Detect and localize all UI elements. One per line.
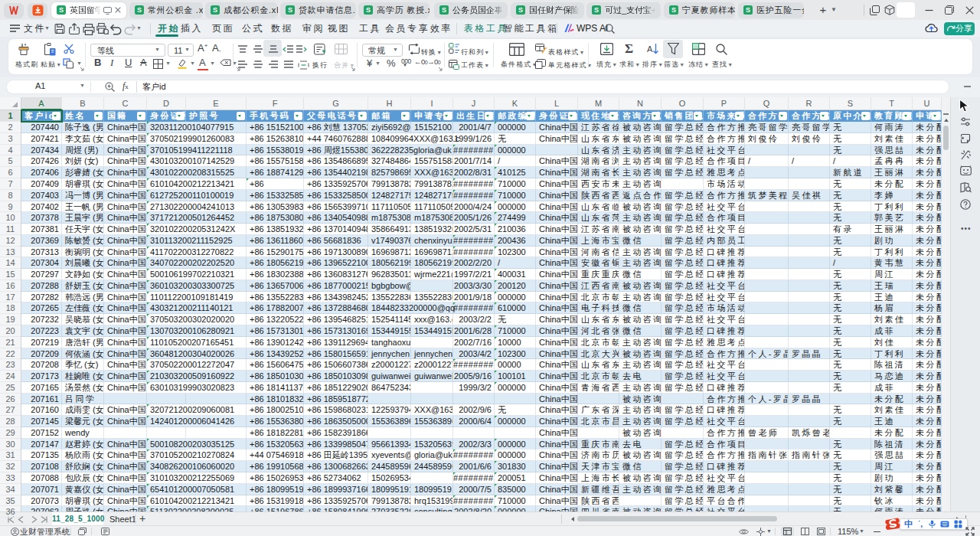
- svg-text:A: A: [647, 44, 653, 54]
